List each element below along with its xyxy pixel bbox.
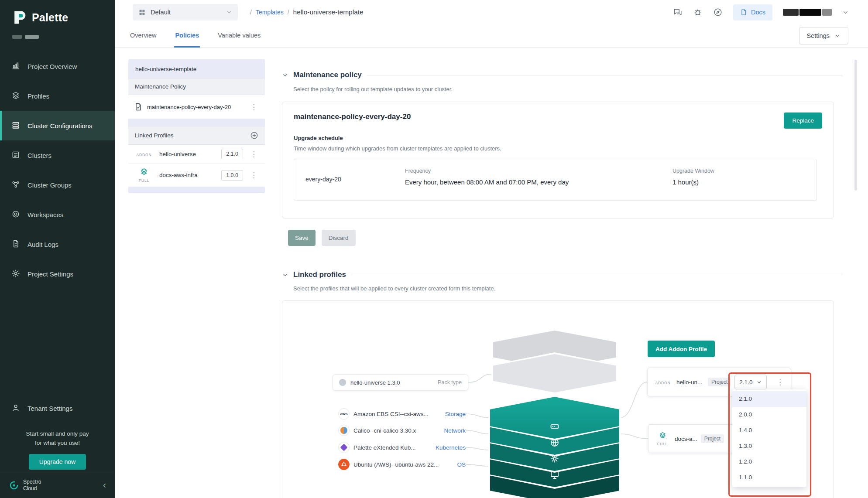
- sidebar-item-label: Project Settings: [27, 270, 73, 278]
- pack-name: Calico--cni-calico 3.30.x: [353, 427, 440, 434]
- docs-button[interactable]: Docs: [733, 4, 772, 20]
- scope-badge: Project: [701, 434, 724, 443]
- version-option[interactable]: 2.0.0: [732, 407, 806, 423]
- upgrade-now-button[interactable]: Upgrade now: [29, 454, 86, 470]
- divider: [351, 275, 842, 275]
- pack-layer-link[interactable]: OS: [457, 461, 466, 468]
- palette-pack-icon: [338, 442, 350, 453]
- content-area: hello-universe-template Maintenance Poli…: [115, 48, 868, 498]
- profile-pill[interactable]: hello-universe 1.3.0 Pack type: [333, 374, 468, 391]
- divider: [367, 75, 842, 75]
- project-selector[interactable]: Default: [133, 4, 238, 20]
- sidebar-item-tenant-settings[interactable]: Tenant Settings: [0, 394, 115, 423]
- maintenance-policy-item[interactable]: maintenance-policy-every-day-20 ⋮: [128, 95, 265, 119]
- pack-layer-link[interactable]: Storage: [445, 411, 466, 417]
- top-actions: Docs: [673, 4, 849, 20]
- tab-policies[interactable]: Policies: [174, 24, 200, 48]
- collapse-chevron-icon[interactable]: [282, 272, 288, 278]
- promo-text-line2: for what you use!: [0, 439, 115, 448]
- breadcrumb-link-templates[interactable]: Templates: [256, 9, 284, 16]
- sidebar-item-cluster-configurations[interactable]: Cluster Configurations: [0, 111, 115, 140]
- chevron-down-icon: [226, 9, 232, 15]
- sidebar-item-cluster-groups[interactable]: Cluster Groups: [0, 170, 115, 200]
- linked-profile-row-full[interactable]: FULL docs-aws-infra 1.0.0 ⋮: [128, 164, 265, 187]
- kebab-menu-icon[interactable]: ⋮: [248, 150, 259, 158]
- pack-row-kubernetes[interactable]: Palette eXtended Kub... Kubernetes: [338, 440, 466, 454]
- chat-icon[interactable]: [673, 7, 683, 17]
- version-option[interactable]: 2.1.0: [732, 391, 806, 407]
- sidebar-item-profiles[interactable]: Profiles: [0, 81, 115, 111]
- badge-label: FULL: [654, 442, 671, 446]
- pack-layer-link[interactable]: Kubernetes: [436, 444, 466, 451]
- settings-button-label: Settings: [807, 32, 830, 39]
- linked-profiles-card: hello-universe 1.3.0 Pack type aws Amazo…: [282, 300, 834, 498]
- save-button[interactable]: Save: [288, 230, 316, 246]
- add-addon-profile-button[interactable]: Add Addon Profile: [648, 341, 715, 357]
- tab-variable-values[interactable]: Variable values: [217, 24, 261, 48]
- version-option[interactable]: 1.2.0: [732, 454, 806, 470]
- calico-icon: [338, 425, 350, 436]
- pack-layer-link[interactable]: Network: [444, 427, 466, 434]
- section-subtitle: Select the policy for rolling out templa…: [293, 86, 453, 92]
- pack-name: Ubuntu (AWS)--ubuntu-aws 22...: [353, 461, 453, 468]
- section-title: Linked profiles: [293, 270, 346, 279]
- grid-icon: [138, 9, 146, 16]
- kebab-menu-icon[interactable]: ⋮: [248, 171, 259, 179]
- version-chip[interactable]: 2.1.0: [221, 149, 243, 159]
- gear-icon: [11, 269, 20, 279]
- document-icon: [11, 239, 20, 249]
- settings-button[interactable]: Settings: [799, 27, 848, 44]
- pack-row-storage[interactable]: aws Amazon EBS CSI--csi-aws... Storage: [338, 407, 466, 421]
- sidebar-item-label: Profiles: [27, 92, 49, 100]
- collapse-chevron-icon[interactable]: [282, 72, 288, 78]
- redacted-user-name: [783, 9, 832, 16]
- full-profile-card[interactable]: FULL docs-a... Project: [648, 424, 738, 453]
- brand-name: Palette: [32, 11, 68, 24]
- frequency-value: Every hour, between 08:00 AM and 07:00 P…: [405, 178, 569, 186]
- sidebar-nav: Project Overview Profiles Cluster Config…: [0, 51, 115, 289]
- kebab-menu-icon[interactable]: ⋮: [775, 379, 786, 386]
- breadcrumb-separator: /: [250, 9, 252, 16]
- tab-overview[interactable]: Overview: [129, 24, 157, 48]
- replace-button[interactable]: Replace: [784, 113, 822, 129]
- redaction-block: [822, 9, 832, 16]
- full-badge: FULL: [134, 167, 154, 183]
- add-profile-plus-icon[interactable]: [250, 131, 258, 140]
- sidebar-item-workspaces[interactable]: Workspaces: [0, 200, 115, 229]
- user-menu-chevron-icon[interactable]: [842, 9, 849, 16]
- bug-icon[interactable]: [693, 7, 703, 17]
- scrollbar-thumb[interactable]: [854, 60, 857, 191]
- badge-label: ADDON: [134, 153, 154, 157]
- profile-name: docs-aws-infra: [159, 172, 216, 178]
- sidebar-item-audit-logs[interactable]: Audit Logs: [0, 229, 115, 259]
- pack-row-os[interactable]: Ubuntu (AWS)--ubuntu-aws 22... OS: [338, 457, 466, 471]
- linked-profiles-group-header: Linked Profiles: [128, 126, 265, 145]
- linked-profile-row-addon[interactable]: ADDON hello-universe 2.1.0 ⋮: [128, 145, 265, 164]
- version-select[interactable]: 2.1.0: [734, 375, 767, 389]
- template-panel-title: hello-universe-template: [128, 59, 265, 78]
- kebab-menu-icon[interactable]: ⋮: [248, 103, 259, 111]
- version-option[interactable]: 1.3.0: [732, 438, 806, 454]
- sidebar-item-project-settings[interactable]: Project Settings: [0, 259, 115, 289]
- version-dropdown: 2.1.0 2.0.0 1.4.0 1.3.0 1.2.0 1.1.0: [732, 389, 806, 487]
- pack-row-network[interactable]: Calico--cni-calico 3.30.x Network: [338, 423, 466, 437]
- version-chip[interactable]: 1.0.0: [221, 170, 243, 181]
- policy-name: maintenance-policy-every-day-20: [294, 113, 411, 121]
- sidebar-item-label: Clusters: [27, 152, 51, 159]
- sidebar-item-project-overview[interactable]: Project Overview: [0, 51, 115, 81]
- version-option[interactable]: 1.4.0: [732, 423, 806, 438]
- upgrade-schedule-description: Time window during which upgrades from c…: [294, 145, 822, 152]
- top-bar: Default / Templates / hello-universe-tem…: [115, 0, 868, 24]
- collapse-sidebar-icon[interactable]: ‹: [103, 481, 106, 490]
- sidebar-item-label: Cluster Configurations: [27, 122, 92, 130]
- scope-badge: Project: [708, 378, 731, 386]
- compass-icon[interactable]: [713, 7, 723, 17]
- sidebar-item-clusters[interactable]: Clusters: [0, 140, 115, 170]
- ubuntu-icon: [338, 459, 350, 470]
- discard-button[interactable]: Discard: [322, 230, 356, 246]
- frequency-column-header: Frequency: [405, 168, 431, 174]
- redaction-block: [783, 9, 799, 16]
- sidebar-item-label: Project Overview: [27, 63, 77, 70]
- linked-profiles-section-header: Linked profiles: [282, 270, 842, 279]
- version-option[interactable]: 1.1.0: [732, 470, 806, 485]
